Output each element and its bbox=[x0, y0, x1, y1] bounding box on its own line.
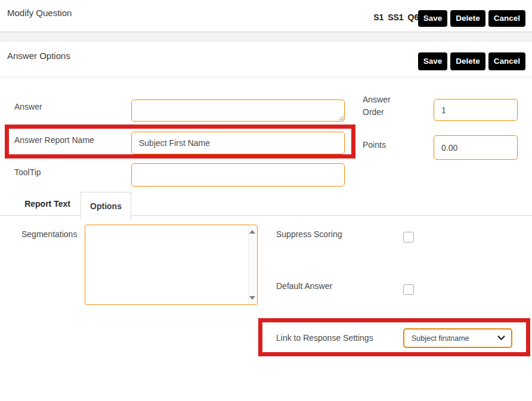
chevron-down-icon bbox=[497, 335, 505, 341]
answer-order-input[interactable] bbox=[434, 99, 518, 121]
tab-divider bbox=[0, 215, 532, 216]
tab-report-text[interactable]: Report Text bbox=[14, 192, 81, 216]
tab-options[interactable]: Options bbox=[81, 192, 131, 220]
section-divider-band bbox=[0, 32, 532, 42]
select-selected-value: Subject firstname bbox=[412, 334, 497, 343]
answer-report-name-label: Answer Report Name bbox=[14, 134, 94, 147]
save-button[interactable]: Save bbox=[418, 10, 448, 27]
segmentations-listbox[interactable] bbox=[85, 225, 258, 305]
header-divider bbox=[0, 77, 532, 77]
modify-question-page: Modify Question S1 SS1 Q60 Save Delete C… bbox=[0, 0, 532, 401]
suppress-scoring-label: Suppress Scoring bbox=[276, 228, 342, 241]
default-answer-label: Default Answer bbox=[276, 280, 332, 293]
question-reference: S1 SS1 Q60 bbox=[373, 13, 423, 22]
cancel-button[interactable]: Cancel bbox=[488, 52, 525, 70]
top-button-row: Save Delete Cancel bbox=[418, 10, 525, 27]
answer-textarea[interactable] bbox=[131, 100, 345, 122]
section-title: Answer Options bbox=[7, 51, 70, 61]
link-to-response-settings-select[interactable]: Subject firstname bbox=[403, 328, 512, 348]
save-button[interactable]: Save bbox=[418, 52, 448, 70]
cancel-button[interactable]: Cancel bbox=[488, 10, 525, 27]
answer-options-button-row: Save Delete Cancel bbox=[418, 52, 525, 70]
link-to-response-settings-label: Link to Response Settings bbox=[276, 332, 373, 344]
delete-button[interactable]: Delete bbox=[450, 10, 485, 27]
answer-label: Answer bbox=[14, 101, 42, 113]
page-title: Modify Question bbox=[7, 8, 72, 18]
suppress-scoring-checkbox[interactable] bbox=[403, 232, 414, 243]
answer-order-label: Answer Order bbox=[363, 94, 404, 119]
tooltip-label: ToolTip bbox=[14, 166, 41, 179]
default-answer-checkbox[interactable] bbox=[403, 284, 414, 295]
points-input[interactable] bbox=[434, 135, 518, 160]
segmentations-label: Segmentations bbox=[21, 228, 77, 241]
tooltip-input[interactable] bbox=[131, 163, 345, 186]
answer-report-name-input[interactable] bbox=[131, 132, 345, 154]
listbox-scrollbar[interactable] bbox=[248, 226, 256, 304]
scroll-down-icon[interactable] bbox=[249, 296, 255, 300]
points-label: Points bbox=[363, 139, 386, 151]
delete-button[interactable]: Delete bbox=[450, 52, 485, 70]
scroll-up-icon[interactable] bbox=[249, 230, 255, 234]
